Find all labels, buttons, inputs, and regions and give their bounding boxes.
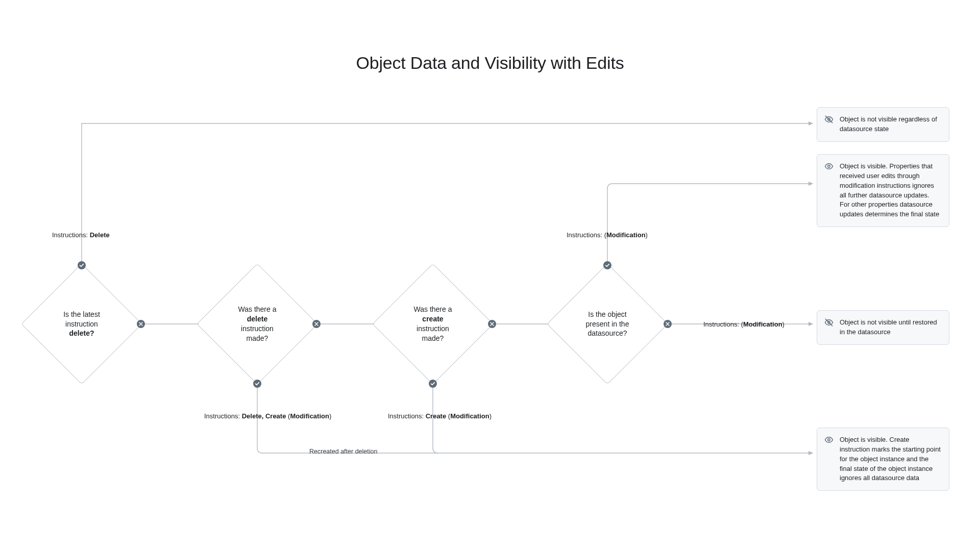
outcome-not-visible-until-restored: Object is not visible until restored in …	[817, 310, 949, 345]
decision-was-delete: Was there adeleteinstructionmade?	[214, 281, 300, 367]
label-instructions-delete: Instructions: Delete	[52, 231, 110, 239]
eye-off-icon	[824, 115, 834, 124]
outcome-visible-partial-override: Object is visible. Properties that recei…	[817, 154, 949, 227]
cross-icon	[312, 320, 321, 328]
cross-icon	[664, 320, 672, 328]
eye-icon	[824, 162, 834, 171]
label-instructions-modification-right: Instructions: (Modification)	[703, 320, 785, 328]
diagram-title: Object Data and Visibility with Edits	[0, 53, 980, 73]
label-instructions-delete-create: Instructions: Delete, Create (Modificati…	[204, 412, 331, 420]
check-icon	[78, 261, 86, 269]
check-icon	[253, 380, 261, 388]
svg-point-6	[828, 439, 830, 441]
label-instructions-modification-top: Instructions: (Modification)	[567, 231, 648, 239]
decision-in-datasource: Is the objectpresent in thedatasource?	[565, 281, 650, 367]
cross-icon	[137, 320, 145, 328]
outcome-visible-ignore-datasource: Object is visible. Create instruction ma…	[817, 428, 949, 491]
cross-icon	[488, 320, 496, 328]
label-instructions-create: Instructions: Create (Modification)	[388, 412, 492, 420]
decision-latest-delete: Is the latestinstructiondelete?	[39, 281, 125, 367]
eye-icon	[824, 435, 834, 444]
eye-off-icon	[824, 318, 834, 327]
svg-point-3	[828, 165, 830, 168]
flowchart-canvas: Object Data and Visibility with Edits	[0, 0, 980, 551]
check-icon	[603, 261, 611, 269]
label-recreated: Recreated after deletion	[309, 448, 377, 455]
decision-was-create: Was there acreateinstructionmade?	[390, 281, 476, 367]
outcome-not-visible-regardless: Object is not visible regardless of data…	[817, 107, 949, 142]
check-icon	[429, 380, 437, 388]
